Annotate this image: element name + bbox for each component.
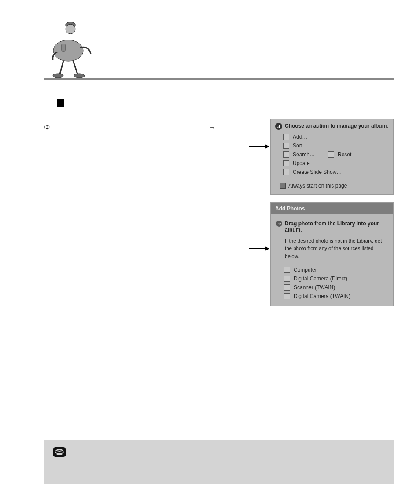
checkbox-icon bbox=[280, 183, 286, 189]
checkbox-icon bbox=[284, 276, 290, 282]
manage-album-panel: 3 Choose an action to manage your album.… bbox=[270, 119, 394, 195]
option-label: Update bbox=[293, 160, 310, 166]
step-number-circled: ③ bbox=[44, 123, 50, 131]
option-label: Reset bbox=[338, 151, 351, 158]
mascot-illustration bbox=[44, 13, 97, 79]
header-rule bbox=[44, 78, 394, 80]
main-content: ③ → 3 Choose an action to manage your al… bbox=[44, 119, 394, 314]
page-header bbox=[44, 13, 394, 79]
option-sort[interactable]: Sort… bbox=[275, 141, 389, 150]
panel-title: Add Photos bbox=[271, 203, 393, 214]
svg-point-4 bbox=[74, 74, 85, 78]
add-photos-panel: Add Photos ➜ Drag photo from the Library… bbox=[270, 202, 394, 306]
checkbox-icon bbox=[283, 143, 289, 149]
panel-subtext: If the desired photo is not in the Libra… bbox=[285, 237, 388, 260]
svg-point-2 bbox=[66, 24, 75, 34]
option-label: Computer bbox=[294, 267, 317, 273]
option-label: Scanner (TWAIN) bbox=[294, 284, 335, 291]
always-label: Always start on this page bbox=[288, 183, 347, 189]
instruction-text: ③ → bbox=[44, 119, 216, 131]
option-label: Search… bbox=[293, 151, 315, 158]
arrow-circle-icon: ➜ bbox=[276, 221, 282, 227]
option-search[interactable]: Search… bbox=[275, 150, 315, 159]
option-add[interactable]: Add… bbox=[275, 132, 389, 141]
checkbox-icon bbox=[283, 160, 289, 166]
option-reset[interactable]: Reset bbox=[328, 150, 351, 159]
checkbox-icon bbox=[328, 151, 334, 158]
option-label: Add… bbox=[293, 134, 307, 140]
panel-lead: ➜ Drag photo from the Library into your … bbox=[276, 221, 388, 233]
option-label: Create Slide Show… bbox=[293, 169, 342, 175]
callout-arrow-computer bbox=[249, 246, 269, 251]
screenshot-column: 3 Choose an action to manage your album.… bbox=[270, 119, 394, 314]
checkbox-icon bbox=[284, 293, 290, 299]
option-label: Sort… bbox=[293, 143, 308, 149]
source-computer[interactable]: Computer bbox=[276, 265, 388, 274]
option-slideshow[interactable]: Create Slide Show… bbox=[275, 168, 389, 177]
source-digital-camera-direct[interactable]: Digital Camera (Direct) bbox=[276, 274, 388, 283]
note-icon bbox=[52, 445, 67, 459]
note-box bbox=[44, 440, 394, 484]
checkbox-icon bbox=[283, 134, 289, 140]
always-start-checkbox[interactable]: Always start on this page bbox=[275, 183, 389, 189]
checkbox-icon bbox=[283, 151, 289, 158]
step-text: Choose an action to manage your album. bbox=[285, 123, 388, 129]
checkbox-icon bbox=[284, 267, 290, 273]
source-digital-camera-twain[interactable]: Digital Camera (TWAIN) bbox=[276, 292, 388, 301]
callout-arrow-add bbox=[249, 144, 269, 149]
svg-rect-1 bbox=[62, 44, 65, 51]
option-label: Digital Camera (TWAIN) bbox=[294, 293, 350, 299]
svg-point-0 bbox=[53, 40, 83, 61]
checkbox-icon bbox=[284, 284, 290, 291]
panel-step-header: 3 Choose an action to manage your album. bbox=[275, 123, 389, 130]
arrow-right-icon: → bbox=[209, 123, 216, 131]
option-label: Digital Camera (Direct) bbox=[294, 276, 347, 282]
checkbox-icon bbox=[283, 169, 289, 175]
svg-point-3 bbox=[53, 74, 63, 78]
lead-text: Drag photo from the Library into your al… bbox=[285, 221, 388, 233]
section-bullet-icon bbox=[57, 99, 64, 107]
option-update[interactable]: Update bbox=[275, 159, 389, 168]
source-scanner-twain[interactable]: Scanner (TWAIN) bbox=[276, 283, 388, 292]
step-badge: 3 bbox=[275, 123, 282, 130]
